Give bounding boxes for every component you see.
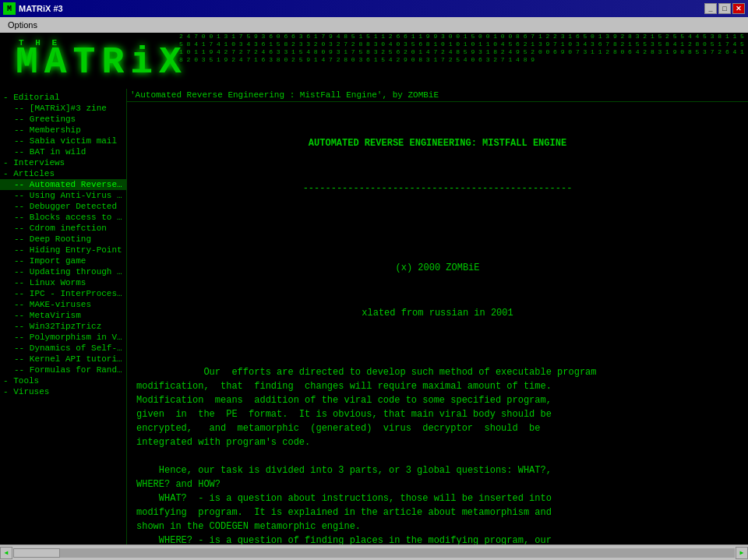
- sidebar-item-kernel[interactable]: Kernel API tutorial: [0, 354, 126, 365]
- article-content: Our efforts are directed to develop such…: [136, 367, 597, 544]
- horizontal-scrollbar[interactable]: ◀ ▶: [0, 544, 748, 560]
- sidebar-item-bat[interactable]: BAT in wild: [0, 146, 126, 157]
- window-icon: M: [3, 2, 16, 15]
- sidebar-item-linux[interactable]: Linux Worms: [0, 277, 126, 288]
- titlebar-left: M MATRiX #3: [3, 2, 63, 15]
- sidebar-section-viruses[interactable]: Viruses: [0, 386, 126, 397]
- sidebar-item-win32[interactable]: Win32TipzTricz: [0, 321, 126, 332]
- matrix-numbers: 2 4 7 0 0 1 3 1 7 5 9 3 6 0 6 6 3 6 1 7 …: [179, 33, 748, 89]
- article-body: AUTOMATED REVERSE ENGINEERING: MISTFALL …: [136, 108, 739, 544]
- sidebar[interactable]: Editorial [MATRiX]#3 zine Greetings Memb…: [0, 89, 127, 544]
- sidebar-section-interviews[interactable]: Interviews: [0, 157, 126, 168]
- scroll-right-button[interactable]: ▶: [736, 547, 748, 559]
- sidebar-item-updating[interactable]: Updating through irc: [0, 266, 126, 277]
- sidebar-item-membership[interactable]: Membership: [0, 125, 126, 136]
- article-byline2: xlated from russian in 2001: [136, 306, 739, 320]
- content-scroll[interactable]: AUTOMATED REVERSE ENGINEERING: MISTFALL …: [127, 102, 748, 544]
- maximize-button[interactable]: □: [718, 3, 731, 14]
- scroll-track[interactable]: [13, 548, 735, 558]
- logo-text: MATRiX: [16, 41, 188, 83]
- sidebar-item-blocks-access[interactable]: Blocks access to AV site: [0, 212, 126, 223]
- matrix-banner: T H E MATRiX 2 4 7 0 0 1 3 1 7 5 9 3 6 0…: [0, 33, 748, 89]
- window-controls: _ □ ✕: [704, 3, 745, 14]
- sidebar-section-articles[interactable]: Articles: [0, 168, 126, 179]
- sidebar-item-dynamics[interactable]: Dynamics of Self-replic: [0, 343, 126, 354]
- matrix-logo: T H E MATRiX: [0, 38, 188, 83]
- sidebar-section-editorial[interactable]: Editorial: [0, 92, 126, 103]
- sidebar-item-sabia[interactable]: Sabia victim mail: [0, 136, 126, 146]
- sidebar-item-automated-reverse[interactable]: Automated Reverse En: [0, 179, 126, 190]
- sidebar-section-tools[interactable]: Tools: [0, 375, 126, 386]
- scroll-left-button[interactable]: ◀: [0, 547, 12, 559]
- sidebar-item-make[interactable]: MAKE-viruses: [0, 299, 126, 310]
- sidebar-item-debugger[interactable]: Debugger Detected: [0, 201, 126, 212]
- article-title: AUTOMATED REVERSE ENGINEERING: MISTFALL …: [136, 136, 739, 150]
- minimize-button[interactable]: _: [704, 3, 717, 14]
- sidebar-item-hiding[interactable]: Hiding Entry-Point: [0, 245, 126, 255]
- sidebar-item-zine[interactable]: [MATRiX]#3 zine: [0, 103, 126, 114]
- sidebar-item-polymorphism[interactable]: Polymorphism in VBA/V: [0, 332, 126, 343]
- sidebar-item-import[interactable]: Import game: [0, 255, 126, 266]
- sidebar-item-greetings[interactable]: Greetings: [0, 114, 126, 125]
- sidebar-item-formulas[interactable]: Formulas for Random N: [0, 365, 126, 375]
- sidebar-item-deep-rooting[interactable]: Deep Rooting: [0, 234, 126, 245]
- main-area: Editorial [MATRiX]#3 zine Greetings Memb…: [0, 89, 748, 544]
- sidebar-item-anti-virus[interactable]: Using Anti-Virus in Virus: [0, 190, 126, 201]
- content-header: 'Automated Reverse Engineering : MistFal…: [127, 89, 748, 102]
- scroll-thumb[interactable]: [13, 548, 60, 558]
- sidebar-item-cdrom[interactable]: Cdrom inefction: [0, 223, 126, 234]
- titlebar: M MATRiX #3 _ □ ✕: [0, 0, 748, 17]
- sidebar-item-ipc[interactable]: IPC - InterProcess Com: [0, 288, 126, 299]
- sidebar-item-meta[interactable]: MetaVirism: [0, 310, 126, 321]
- menubar: Options: [0, 17, 748, 33]
- article-underline: ----------------------------------------…: [136, 181, 739, 195]
- article-byline1: (x) 2000 ZOMBiE: [136, 261, 739, 275]
- close-button[interactable]: ✕: [732, 3, 745, 14]
- content-area: 'Automated Reverse Engineering : MistFal…: [127, 89, 748, 544]
- window-title: MATRiX #3: [19, 4, 63, 13]
- options-menu[interactable]: Options: [3, 19, 42, 30]
